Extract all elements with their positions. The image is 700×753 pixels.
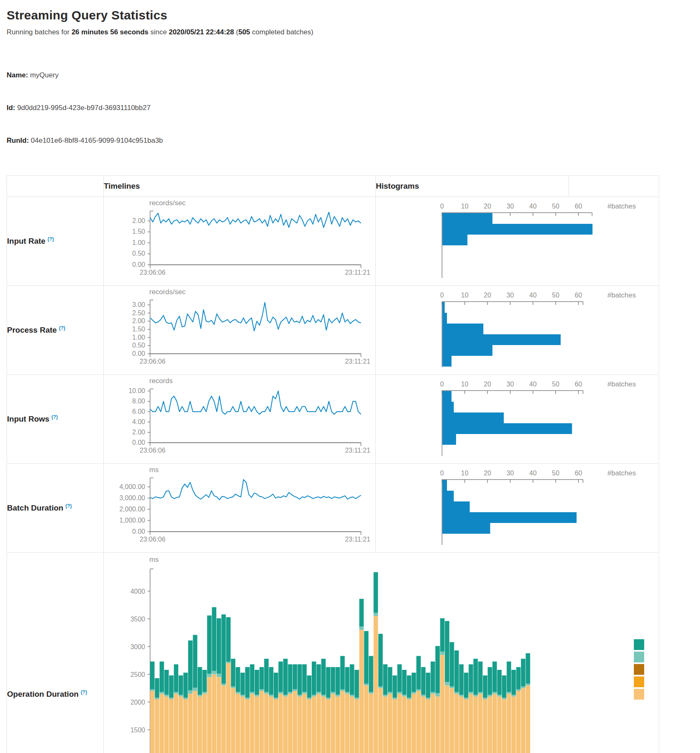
svg-text:2000: 2000 [130,699,145,706]
query-meta: Name: myQuery Id: 9d0dd219-995d-423e-b97… [7,48,693,168]
row-label-operation-duration: Operation Duration [7,690,79,698]
svg-text:20: 20 [484,381,491,388]
svg-text:23:06:06: 23:06:06 [140,447,165,454]
svg-text:3500: 3500 [130,615,145,622]
svg-text:20: 20 [484,203,491,210]
svg-text:0.00: 0.00 [132,350,145,357]
svg-text:60: 60 [575,203,582,210]
svg-text:records: records [149,377,173,385]
svg-text:#batches: #batches [607,202,636,210]
table-header-row: Timelines Histograms [7,175,659,197]
query-runid-label: RunId: [7,137,29,144]
table-row-process-rate: Process Rate(?) records/sec0.000.501.001… [7,285,659,374]
svg-text:ms: ms [149,556,159,564]
row-label-input-rows: Input Rows [7,415,49,423]
paren-open: ( [234,28,238,36]
svg-text:0.00: 0.00 [132,261,145,268]
svg-text:8.00: 8.00 [132,398,145,405]
running-prefix-text: Running batches for [7,28,72,36]
svg-text:30: 30 [506,470,514,477]
query-name-line: Name: myQuery [7,70,693,81]
svg-text:4,000.00: 4,000.00 [119,483,145,490]
page-title: Streaming Query Statistics [7,8,693,22]
svg-text:4000: 4000 [130,588,145,595]
table-row-operation-duration: Operation Duration(?) ms0500100015002000… [7,552,659,753]
since-text: since [148,28,169,36]
query-name-value: myQuery [28,71,59,79]
operation-duration-chart: ms0500100015002000250030003500400023:06:… [104,554,659,753]
svg-text:1.00: 1.00 [132,239,145,246]
svg-text:1.50: 1.50 [132,326,145,333]
svg-text:23:06:06: 23:06:06 [140,358,165,365]
completed-batches-suffix: completed batches) [250,28,313,36]
svg-text:1.00: 1.00 [132,333,145,341]
svg-text:10: 10 [461,470,468,477]
svg-text:40: 40 [529,203,537,210]
column-header-timelines: Timelines [104,175,376,197]
svg-text:1,000.00: 1,000.00 [119,517,145,524]
svg-text:3,000.00: 3,000.00 [119,494,145,501]
query-name-label: Name: [7,71,28,79]
svg-text:0: 0 [440,470,444,477]
svg-text:23:06:06: 23:06:06 [140,269,165,276]
svg-text:6.00: 6.00 [132,408,145,415]
svg-text:50: 50 [552,470,559,477]
svg-text:4.00: 4.00 [132,418,145,425]
svg-text:2,000.00: 2,000.00 [119,506,145,513]
svg-text:20: 20 [484,292,491,299]
svg-text:50: 50 [552,381,559,388]
input-rows-help-icon[interactable]: (?) [51,414,57,420]
svg-text:0.00: 0.00 [132,439,145,446]
start-timestamp: 2020/05/21 22:44:28 [169,28,234,36]
row-label-batch-duration: Batch Duration [7,504,63,512]
svg-text:records/sec: records/sec [149,288,186,296]
svg-text:2500: 2500 [130,671,145,678]
svg-text:60: 60 [575,381,582,388]
svg-text:0: 0 [440,381,444,388]
svg-text:60: 60 [575,292,582,299]
query-runid-value: 04e101e6-8bf8-4165-9099-9104c951ba3b [29,137,163,144]
header-empty-cell-2 [569,175,659,197]
svg-text:2.00: 2.00 [132,317,145,324]
input-rate-help-icon[interactable]: (?) [48,236,54,242]
svg-text:30: 30 [506,381,514,388]
svg-text:20: 20 [484,470,491,477]
header-empty-cell [7,175,104,197]
streaming-query-statistics-page: Streaming Query Statistics Running batch… [0,0,700,753]
query-id-line: Id: 9d0dd219-995d-423e-b97d-36931110bb27 [7,103,693,113]
row-label-input-rate: Input Rate [7,237,45,245]
svg-text:50: 50 [552,292,559,299]
svg-text:0.50: 0.50 [132,250,145,257]
svg-text:30: 30 [506,203,514,210]
svg-text:2.00: 2.00 [132,429,145,436]
input-rows-timeline-chart: records0.002.004.006.008.0010.0023:06:06… [104,375,375,463]
svg-text:30: 30 [506,292,514,299]
svg-text:#batches: #batches [607,380,636,388]
svg-text:2.00: 2.00 [132,217,145,224]
svg-text:40: 40 [529,470,537,477]
svg-text:23:11:21: 23:11:21 [345,536,370,543]
svg-text:2.50: 2.50 [132,309,145,316]
svg-text:23:11:21: 23:11:21 [345,358,370,365]
query-id-value: 9d0dd219-995d-423e-b97d-36931110bb27 [15,104,151,112]
query-id-label: Id: [7,104,15,112]
svg-text:ms: ms [149,466,159,474]
svg-text:3000: 3000 [130,643,145,650]
svg-text:10: 10 [461,203,468,210]
batch-duration-help-icon[interactable]: (?) [65,503,72,509]
svg-text:#batches: #batches [607,291,636,299]
svg-text:1.50: 1.50 [132,228,145,235]
statistics-table: Timelines Histograms Input Rate(?) recor… [7,175,659,753]
table-row-input-rate: Input Rate(?) records/sec0.000.501.001.5… [7,197,659,285]
svg-text:1500: 1500 [130,727,145,734]
svg-text:#batches: #batches [607,469,636,477]
process-rate-timeline-chart: records/sec0.000.501.001.502.002.503.002… [104,286,375,374]
batch-duration-histogram-chart: 0102030405060#batches [376,464,659,552]
svg-text:23:11:21: 23:11:21 [345,447,370,454]
svg-text:3.00: 3.00 [132,301,145,308]
table-row-input-rows: Input Rows(?) records0.002.004.006.008.0… [7,374,659,463]
svg-text:23:11:21: 23:11:21 [345,269,370,276]
operation-duration-help-icon[interactable]: (?) [81,689,87,695]
process-rate-help-icon[interactable]: (?) [59,325,65,331]
process-rate-histogram-chart: 0102030405060#batches [376,286,659,374]
